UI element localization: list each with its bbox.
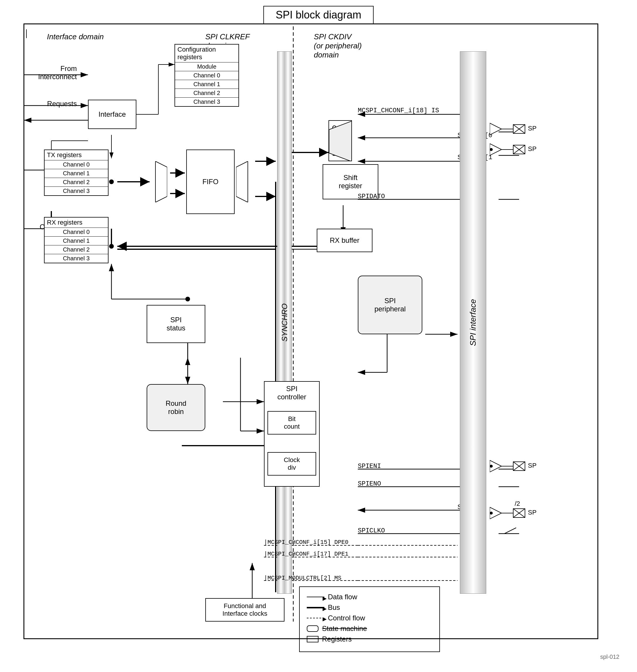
- round-robin-block: Roundrobin: [147, 384, 205, 431]
- spi-controller-block: SPIcontroller Bitcount Clockdiv: [264, 381, 320, 487]
- dati-mux: 0 1: [328, 120, 352, 161]
- svg-point-91: [490, 465, 493, 468]
- interface-domain-label: Interface domain: [47, 32, 104, 41]
- svg-marker-69: [156, 161, 167, 202]
- interface-block: Interface: [88, 100, 136, 129]
- spienio-label: SPIENO: [358, 480, 381, 488]
- spidato-label: SPIDATO: [358, 193, 385, 200]
- dpe1-label: |MCSPI_CHCONF_i[17] DPE1: [264, 550, 348, 557]
- svg-point-84: [490, 148, 493, 151]
- spi-cs-area: SPI_CS SPI_CLK /2: [490, 458, 537, 553]
- rx-registers: RX registers Channel 0 Channel 1 Channel…: [44, 217, 109, 263]
- svg-text:SPI_CS: SPI_CS: [528, 462, 537, 469]
- tx-registers: TX registers Channel 0 Channel 1 Channel…: [44, 150, 109, 196]
- spieni-label: SPIENI: [358, 463, 381, 470]
- svg-marker-72: [490, 123, 502, 135]
- svg-text:SPI_CLK: SPI_CLK: [528, 509, 537, 516]
- ref-id: spl-012: [600, 654, 619, 660]
- svg-point-98: [490, 511, 493, 515]
- fifo-block: FIFO: [186, 150, 235, 214]
- ms-label: |MCSPI_MODULCTRL[2] MS: [264, 575, 341, 581]
- spiclko-label: SPICLKO: [358, 527, 385, 535]
- rx-buffer-block: RX buffer: [317, 229, 372, 252]
- legend-box: ▶ Data flow ▶ Bus ▶ Control flow State m…: [299, 586, 440, 652]
- spi-status-block: SPIstatus: [147, 305, 205, 343]
- synchro-bar: SYNCHRO: [277, 51, 292, 594]
- diagram-title: SPI block diagram: [263, 6, 374, 24]
- from-interconnect-label: FromInterconnect: [24, 64, 77, 81]
- spi-peripheral-block: SPIperipheral: [358, 276, 422, 334]
- dpe0-label: |MCSPI_CHCONF_i[15] DPE0: [264, 539, 348, 546]
- config-registers: Configurationregisters Module Channel 0 …: [175, 44, 239, 107]
- mux-left: [149, 161, 167, 202]
- spi-ckdiv-domain-label: SPI CKDIV(or peripheral)domain: [314, 32, 362, 59]
- spi-d0-area: SPI_D0 SPI_D1: [490, 120, 537, 215]
- requests-label: Requests: [24, 100, 77, 108]
- func-clocks: Functional andInterface clocks: [205, 598, 285, 621]
- svg-text:SPI_D0: SPI_D0: [528, 125, 537, 132]
- svg-marker-70: [236, 161, 248, 202]
- mux-right: [236, 161, 254, 202]
- diagram-container: SPI block diagram: [6, 6, 631, 666]
- spi-d0-buffers: SPI_D0 SPI_D1: [490, 120, 537, 214]
- spi-cs-buffers: SPI_CS SPI_CLK /2: [490, 458, 537, 551]
- svg-marker-71: [329, 121, 351, 161]
- mcspi-chconf-label: MCSPI_CHCONF_i[18] IS: [358, 107, 439, 114]
- svg-text:SPI_D1: SPI_D1: [528, 145, 537, 152]
- svg-text:/2: /2: [515, 500, 520, 507]
- spi-interface-bar: SPI interface: [460, 51, 486, 594]
